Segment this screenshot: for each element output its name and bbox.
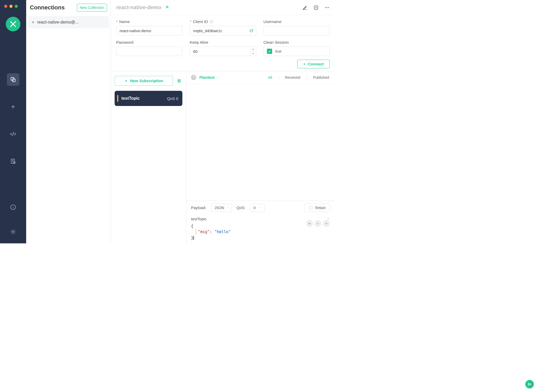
payload-editor[interactable]: ← — → { "msg": "hello" } [186,222,335,244]
subscription-item[interactable]: testTopic QoS 0 [115,91,182,106]
new-subscription-button[interactable]: New Subscription [115,76,173,86]
field-password-label: Password [116,40,133,44]
new-window-icon[interactable] [313,5,319,10]
keep-alive-step-up[interactable]: ▲ [250,47,256,52]
connection-config-form: *Name *Client ID [111,15,335,71]
tab-all[interactable]: All [267,75,273,80]
collapse-subscriptions-icon[interactable] [177,78,182,84]
nav-add-icon[interactable] [7,100,19,113]
subscription-qos: QoS 0 [167,96,178,101]
svg-point-7 [325,7,326,8]
nav-info-icon[interactable] [7,201,19,214]
username-input[interactable] [263,26,330,35]
editor-cursor [193,236,194,240]
qos-select[interactable]: 0 [250,204,265,212]
format-select[interactable]: Plaintext [199,75,219,80]
field-name-label: Name [119,19,130,24]
more-icon[interactable] [324,5,330,10]
subscription-topic: testTopic [121,96,164,101]
connections-panel: Connections New Collection react-native-… [26,0,111,243]
app-logo [6,17,20,31]
qos-label: QoS: [237,205,245,210]
name-input[interactable] [116,26,182,35]
payload-type-value: JSON [214,206,224,210]
new-subscription-label: New Subscription [130,79,163,83]
chevron-down-icon [226,206,229,209]
clean-session-value: true [275,49,282,53]
field-client-id: *Client ID [190,19,256,35]
subscriptions-panel: New Subscription testTopic QoS 0 [111,71,186,243]
connection-status-dot [32,21,34,23]
retain-label: Retain [315,206,326,210]
publish-options-row: Payload: JSON QoS: 0 Retain [186,201,335,215]
required-asterisk: * [116,19,118,24]
tab-received[interactable]: Received [284,75,301,80]
connection-item[interactable]: react-native-demo@... [28,16,109,28]
tab-divider [307,76,307,79]
main-panel: react-native-demo *Name [111,0,335,243]
field-password: Password [116,40,182,56]
clean-session-toggle[interactable]: true [263,47,330,56]
connect-button-label: Connect [308,62,324,66]
refresh-icon[interactable] [249,29,254,33]
app-sidebar [0,0,26,243]
keep-alive-step-down[interactable]: ▼ [250,52,256,56]
qos-value: 0 [254,206,256,210]
field-clean-session-label: Clean Session [263,40,289,44]
window-controls [4,5,18,8]
window-minimize[interactable] [9,5,13,8]
topic-color-bar [117,95,118,102]
message-filter-tabs: All Received Published [267,75,330,80]
client-id-input[interactable] [190,26,256,35]
field-client-id-label: Client ID [193,19,208,24]
nav-settings-icon[interactable] [7,226,19,238]
messages-panel: ? Plaintext All Received Published [186,71,335,243]
payload-type-select[interactable]: JSON [211,204,232,212]
publish-topic-input[interactable]: testTopic [191,217,206,221]
nav-script-icon[interactable] [7,128,19,140]
clock-icon [210,20,213,24]
window-maximize[interactable] [15,5,18,8]
nav-connections-icon[interactable] [7,73,19,86]
editor-pause-button[interactable]: — [315,220,321,227]
keep-alive-input[interactable] [190,47,256,56]
window-close[interactable] [4,5,7,8]
editor-next-button[interactable]: → [323,220,330,227]
help-icon[interactable]: ? [191,75,196,80]
payload-key: "msg" [198,229,210,234]
field-keep-alive-label: Keep Alive [190,40,208,44]
retain-toggle[interactable]: Retain [305,204,330,212]
format-select-label: Plaintext [199,75,215,80]
svg-point-8 [327,7,327,8]
connect-button[interactable]: Connect [297,60,330,68]
tab-published[interactable]: Published [312,75,330,80]
field-username-label: Username [263,19,282,24]
svg-point-5 [12,231,14,233]
field-keep-alive: Keep Alive ▲ ▼ [190,40,256,56]
editor-prev-button[interactable]: ← [306,220,313,227]
tab-divider [278,76,279,79]
checkbox-checked-icon [267,49,272,54]
connections-title: Connections [30,4,65,11]
edit-icon[interactable] [302,5,308,10]
radio-unchecked-icon [309,206,313,210]
connection-item-name: react-native-demo@... [37,20,79,25]
messages-list [186,84,335,201]
nav-log-icon[interactable] [7,155,19,167]
svg-point-9 [328,7,329,8]
password-input[interactable] [116,47,182,56]
connection-title: react-native-demo [116,4,161,10]
required-asterisk: * [190,19,191,24]
collapse-up-icon[interactable] [165,5,170,10]
new-collection-button[interactable]: New Collection [77,4,107,12]
payload-value: "hello" [214,229,231,234]
chevron-down-icon [259,206,262,209]
field-username: Username [263,19,330,35]
field-name: *Name [116,19,182,35]
field-clean-session: Clean Session true [263,40,330,56]
payload-label: Payload: [191,205,206,210]
editor-nav-buttons: ← — → [306,220,330,227]
